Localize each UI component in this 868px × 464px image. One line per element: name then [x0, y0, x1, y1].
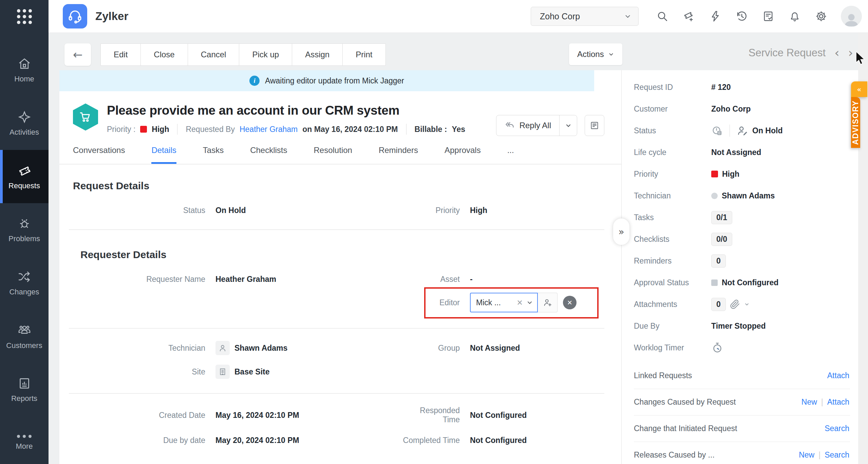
tab-tasks[interactable]: Tasks — [203, 146, 224, 164]
reply-all-split-button: Reply All — [496, 115, 577, 136]
request-details-heading: Request Details — [73, 180, 621, 192]
actions-dropdown-button[interactable]: Actions — [569, 43, 622, 65]
editor-select[interactable]: Mick ... ✕ — [470, 293, 538, 312]
sidebar-item-label: More — [16, 442, 33, 451]
attachments-count-badge[interactable]: 0 — [711, 298, 726, 311]
close-button[interactable]: Close — [141, 43, 188, 66]
add-note-button[interactable] — [585, 115, 604, 136]
tab-details[interactable]: Details — [151, 146, 176, 164]
checklists-count-badge[interactable]: 0/0 — [711, 233, 732, 246]
technician-avatar-dot — [711, 193, 718, 199]
separator — [730, 124, 730, 137]
priority-value: High — [152, 125, 169, 134]
releases-caused-new-link[interactable]: New — [799, 450, 814, 460]
reply-all-button[interactable]: Reply All — [496, 120, 559, 131]
cancel-button[interactable]: Cancel — [188, 43, 240, 66]
status-value: On Hold — [215, 206, 392, 215]
sidebar-item-problems[interactable]: Problems — [0, 203, 49, 256]
person-plus-icon — [543, 298, 552, 307]
tab-checklists[interactable]: Checklists — [250, 146, 287, 164]
sidebar-item-customers[interactable]: Customers — [0, 310, 49, 363]
technician-label: Technician — [73, 344, 205, 353]
tab-resolution[interactable]: Resolution — [314, 146, 352, 164]
add-request-icon[interactable] — [683, 10, 695, 22]
chevron-down-icon — [565, 122, 572, 129]
priority-label: Priority : — [107, 125, 135, 134]
sidebar-item-changes[interactable]: Changes — [0, 256, 49, 310]
sidebar-item-reports[interactable]: Reports — [0, 363, 49, 416]
survey-icon[interactable] — [762, 10, 774, 22]
tab-conversations[interactable]: Conversations — [73, 146, 125, 164]
tab-approvals[interactable]: Approvals — [445, 146, 481, 164]
back-button[interactable]: ← — [64, 43, 91, 66]
chevron-down-icon[interactable] — [744, 302, 750, 307]
priority-label: Priority — [634, 170, 711, 179]
note-icon — [589, 120, 600, 131]
linked-requests-row: Linked Requests Attach — [634, 363, 850, 389]
tab-reminders[interactable]: Reminders — [379, 146, 418, 164]
requested-on-date: on May 16, 2024 02:10 PM — [302, 125, 398, 134]
clear-editor-icon[interactable]: ✕ — [517, 298, 523, 307]
section-divider — [69, 393, 604, 394]
collapse-panel-handle[interactable]: » — [613, 218, 629, 245]
sidebar-item-more[interactable]: More — [0, 416, 49, 464]
separator: | — [821, 398, 823, 407]
next-record-button[interactable]: › — [848, 47, 853, 59]
releases-caused-search-link[interactable]: Search — [825, 450, 849, 460]
org-selector[interactable]: Zoho Corp — [531, 7, 639, 26]
remove-editor-button[interactable]: ✕ — [563, 296, 577, 309]
status-value: On Hold — [752, 126, 782, 135]
reminders-count-badge[interactable]: 0 — [711, 254, 726, 268]
change-initiated-search-link[interactable]: Search — [825, 424, 849, 433]
previous-record-button[interactable]: ‹ — [834, 47, 839, 59]
group-label: Group — [402, 344, 460, 353]
search-icon[interactable] — [656, 10, 668, 22]
responded-time-label: Responded Time — [402, 406, 460, 424]
customers-icon — [17, 323, 32, 337]
technician-value: Shawn Adams — [234, 344, 287, 353]
quick-actions-icon[interactable] — [709, 10, 721, 22]
banner-text: Awaiting editor update from Mick Jagger — [265, 76, 404, 85]
edit-button[interactable]: Edit — [100, 43, 141, 66]
sidebar-item-label: Activities — [10, 128, 39, 137]
tab-more[interactable]: ... — [507, 146, 514, 164]
awaiting-editor-banner: i Awaiting editor update from Mick Jagge… — [59, 70, 594, 91]
separator — [406, 124, 407, 135]
group-value: Not Assigned — [470, 344, 604, 353]
attachments-label: Attachments — [634, 300, 711, 309]
person-edit-icon[interactable] — [737, 125, 748, 136]
paperclip-icon[interactable] — [730, 299, 740, 309]
info-icon: i — [249, 76, 260, 86]
stopwatch-icon[interactable] — [711, 342, 723, 354]
changes-caused-new-link[interactable]: New — [801, 398, 817, 407]
add-editor-button[interactable] — [538, 293, 558, 312]
settings-icon[interactable] — [815, 10, 827, 22]
linked-requests-attach-link[interactable]: Attach — [827, 371, 849, 380]
sidebar-item-activities[interactable]: Activities — [0, 97, 49, 150]
activities-icon — [18, 110, 31, 124]
tasks-count-badge[interactable]: 0/1 — [711, 211, 732, 224]
history-icon[interactable] — [736, 10, 748, 22]
chevron-down-icon — [608, 51, 614, 57]
requester-name-value: Heather Graham — [215, 275, 392, 284]
requester-link[interactable]: Heather Graham — [240, 125, 298, 134]
timer-paused-icon[interactable] — [711, 125, 723, 136]
pickup-button[interactable]: Pick up — [239, 43, 292, 66]
sidebar-item-home[interactable]: Home — [0, 43, 49, 97]
changes-caused-attach-link[interactable]: Attach — [827, 398, 849, 407]
sidebar-item-requests[interactable]: Requests — [0, 150, 49, 203]
app-logo[interactable] — [63, 4, 87, 28]
due-by-date-value: May 20, 2024 02:10 PM — [215, 436, 392, 445]
advisory-tab[interactable]: « ADVISORY — [851, 81, 867, 148]
print-button[interactable]: Print — [343, 43, 385, 66]
app-switcher-button[interactable] — [0, 0, 49, 33]
notifications-icon[interactable] — [789, 10, 801, 22]
service-request-category-icon — [73, 103, 98, 131]
due-by-label: Due By — [634, 322, 711, 331]
advisory-collapse-chevron-icon[interactable]: « — [851, 81, 867, 97]
assign-button[interactable]: Assign — [292, 43, 343, 66]
site-chip — [215, 365, 230, 379]
user-avatar[interactable] — [841, 6, 862, 27]
reply-options-caret[interactable] — [559, 115, 577, 136]
sidebar-item-label: Customers — [6, 341, 42, 350]
